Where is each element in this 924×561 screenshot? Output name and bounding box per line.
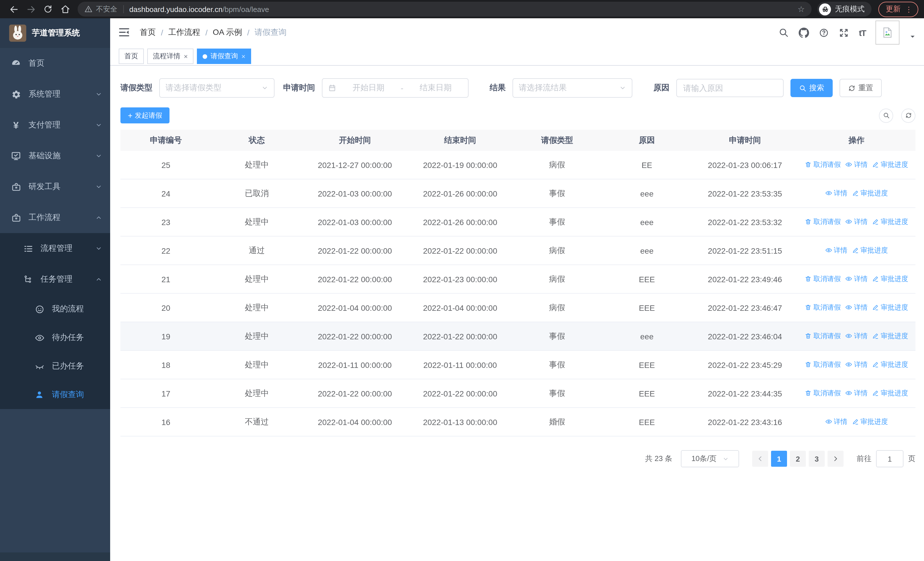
detail-link[interactable]: 详情 xyxy=(845,360,867,370)
leave-type-label: 请假类型 xyxy=(120,83,152,93)
sidebar-item-my-process[interactable]: 我的流程 xyxy=(0,295,110,323)
search-button[interactable]: 搜索 xyxy=(790,79,832,97)
breadcrumb-oa-example[interactable]: OA 示例 xyxy=(213,27,242,38)
cancel-leave-link[interactable]: 取消请假 xyxy=(805,388,841,398)
result-select[interactable]: 请选择流结果 xyxy=(513,78,632,98)
result-label: 结果 xyxy=(490,83,506,93)
reset-button[interactable]: 重置 xyxy=(840,79,882,97)
detail-link[interactable]: 详情 xyxy=(845,331,867,341)
cancel-leave-link[interactable]: 取消请假 xyxy=(805,331,841,341)
page-button-1[interactable]: 1 xyxy=(771,451,787,467)
browser-menu-icon[interactable]: ⋮ xyxy=(905,5,913,14)
detail-link[interactable]: 详情 xyxy=(825,188,847,198)
approval-progress-link[interactable]: 审批进度 xyxy=(852,246,888,256)
page-size-select[interactable]: 10条/页 xyxy=(681,450,739,467)
approval-progress-link[interactable]: 审批进度 xyxy=(852,188,888,198)
cancel-leave-link[interactable]: 取消请假 xyxy=(805,160,841,170)
cancel-leave-link[interactable]: 取消请假 xyxy=(805,217,841,227)
approval-progress-link[interactable]: 审批进度 xyxy=(852,417,888,427)
help-icon[interactable] xyxy=(819,28,829,38)
breadcrumb-workflow[interactable]: 工作流程 xyxy=(168,27,200,38)
sidebar-logo[interactable]: 芋道管理系统 xyxy=(0,18,110,48)
toggle-search-button[interactable] xyxy=(879,108,893,123)
sidebar-item-system[interactable]: 系统管理 xyxy=(0,79,110,110)
leave-type-select[interactable]: 请选择请假类型 xyxy=(159,78,274,98)
chevron-down-icon xyxy=(95,183,102,190)
trash-icon xyxy=(805,276,812,283)
detail-link[interactable]: 详情 xyxy=(845,217,867,227)
fullscreen-icon[interactable] xyxy=(838,27,849,38)
cell-end: 2022-01-19 00:00:00 xyxy=(408,151,513,179)
close-icon[interactable]: × xyxy=(184,53,188,60)
eye-icon xyxy=(845,390,852,397)
address-bar[interactable]: 不安全 dashboard.yudao.iocoder.cn/bpm/oa/le… xyxy=(78,2,812,17)
browser-reload-button[interactable] xyxy=(40,1,56,17)
incognito-badge[interactable]: 无痕模式 xyxy=(817,2,872,17)
eye-icon xyxy=(845,304,852,311)
tab-home[interactable]: 首页 xyxy=(119,48,144,64)
detail-link[interactable]: 详情 xyxy=(845,388,867,398)
reason-input[interactable] xyxy=(676,79,784,97)
sidebar-item-task-mgmt[interactable]: 任务管理 xyxy=(0,264,110,295)
avatar[interactable] xyxy=(876,21,900,45)
cancel-leave-link[interactable]: 取消请假 xyxy=(805,274,841,284)
sidebar-item-label: 支付管理 xyxy=(28,120,60,130)
breadcrumb-home[interactable]: 首页 xyxy=(140,27,156,38)
approval-progress-link[interactable]: 审批进度 xyxy=(872,388,908,398)
table-row: 19处理中2022-01-22 00:00:002022-01-22 00:00… xyxy=(120,322,915,350)
sidebar-item-leave-query[interactable]: 请假查询 xyxy=(0,381,110,409)
goto-page-input[interactable] xyxy=(876,450,903,467)
sidebar-item-todo-tasks[interactable]: 待办任务 xyxy=(0,323,110,352)
font-size-icon[interactable]: tT xyxy=(859,28,866,38)
approval-progress-link[interactable]: 审批进度 xyxy=(872,274,908,284)
cell-applied: 2022-01-22 23:45:29 xyxy=(692,350,798,379)
sidebar-item-label: 首页 xyxy=(28,58,45,69)
prev-page-button[interactable] xyxy=(752,451,768,467)
trash-icon xyxy=(805,218,812,226)
detail-link[interactable]: 详情 xyxy=(845,160,867,170)
search-form: 请假类型 请选择请假类型 申请时间 开始日期 - 结束日期 结果 请选择流结果 xyxy=(120,78,915,98)
search-icon[interactable] xyxy=(778,27,789,38)
approval-progress-link[interactable]: 审批进度 xyxy=(872,160,908,170)
detail-link[interactable]: 详情 xyxy=(825,417,847,427)
tab-leave-query[interactable]: 请假查询 × xyxy=(197,48,251,64)
cancel-leave-link[interactable]: 取消请假 xyxy=(805,360,841,370)
security-status[interactable]: 不安全 xyxy=(84,4,117,14)
gear-icon xyxy=(11,89,21,99)
browser-back-button[interactable] xyxy=(6,1,22,17)
next-page-button[interactable] xyxy=(828,451,843,467)
browser-home-button[interactable] xyxy=(57,1,73,17)
sidebar-toggle-icon[interactable] xyxy=(118,26,131,39)
github-icon[interactable] xyxy=(798,27,809,38)
refresh-table-button[interactable] xyxy=(901,108,915,123)
approval-progress-link[interactable]: 审批进度 xyxy=(872,360,908,370)
approval-progress-link[interactable]: 审批进度 xyxy=(872,303,908,313)
apply-time-range-picker[interactable]: 开始日期 - 结束日期 xyxy=(322,78,469,98)
sidebar-item-done-tasks[interactable]: 已办任务 xyxy=(0,352,110,381)
pen-icon xyxy=(872,333,879,340)
sidebar-item-infra[interactable]: 基础设施 xyxy=(0,141,110,171)
sidebar-item-process-mgmt[interactable]: 流程管理 xyxy=(0,233,110,264)
browser-update-button[interactable]: 更新 ⋮ xyxy=(878,2,918,17)
browser-forward-button[interactable] xyxy=(23,1,39,17)
sidebar-item-home[interactable]: 首页 xyxy=(0,48,110,79)
sidebar-item-payment[interactable]: ¥ 支付管理 xyxy=(0,110,110,141)
avatar-caret-icon[interactable] xyxy=(909,33,916,40)
cancel-leave-link[interactable]: 取消请假 xyxy=(805,303,841,313)
page-button-3[interactable]: 3 xyxy=(809,451,825,467)
face-icon xyxy=(34,304,45,314)
table-row: 16不通过2022-01-04 00:00:002022-01-13 00:00… xyxy=(120,408,915,436)
approval-progress-link[interactable]: 审批进度 xyxy=(872,217,908,227)
detail-link[interactable]: 详情 xyxy=(845,303,867,313)
tab-process-detail[interactable]: 流程详情 × xyxy=(147,48,194,64)
bookmark-star-icon[interactable]: ☆ xyxy=(798,5,805,13)
approval-progress-link[interactable]: 审批进度 xyxy=(872,331,908,341)
detail-link[interactable]: 详情 xyxy=(845,274,867,284)
sidebar-item-workflow[interactable]: 工作流程 xyxy=(0,202,110,233)
sidebar-item-devtools[interactable]: 研发工具 xyxy=(0,171,110,202)
page-button-2[interactable]: 2 xyxy=(790,451,806,467)
close-icon[interactable]: × xyxy=(242,53,245,60)
detail-link[interactable]: 详情 xyxy=(825,246,847,256)
eye-icon xyxy=(845,361,852,368)
create-leave-button[interactable]: + 发起请假 xyxy=(120,107,170,123)
